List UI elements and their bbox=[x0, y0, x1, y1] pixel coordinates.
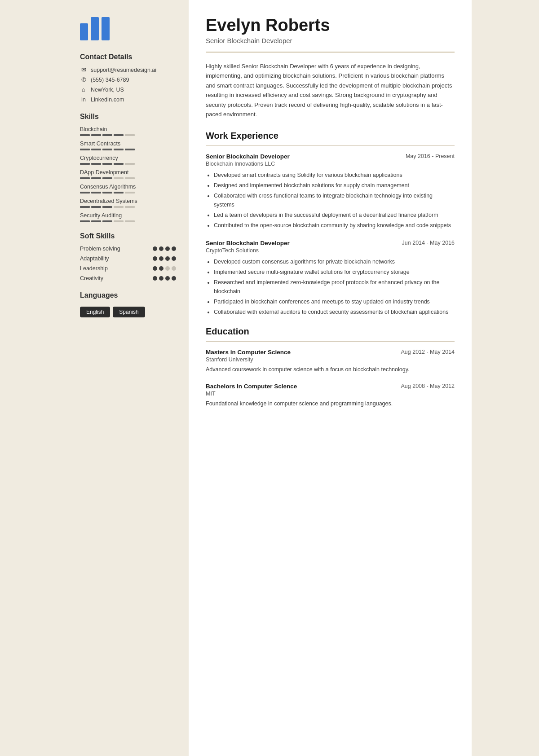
job-bullet: Contributed to the open-source blockchai… bbox=[214, 221, 455, 230]
soft-skill-row: Creativity bbox=[80, 275, 176, 281]
dot bbox=[159, 276, 163, 281]
edu-header: Masters in Computer Science Aug 2012 - M… bbox=[206, 349, 455, 356]
skill-segment bbox=[80, 163, 90, 165]
edu-desc: Advanced coursework in computer science … bbox=[206, 365, 455, 374]
edu-school: MIT bbox=[206, 391, 455, 397]
summary-text: Highly skilled Senior Blockchain Develop… bbox=[206, 62, 455, 119]
skill-bar-row bbox=[80, 163, 176, 165]
dot bbox=[172, 256, 176, 261]
dot bbox=[165, 246, 170, 251]
soft-skill-name: Problem-solving bbox=[80, 246, 120, 252]
skill-name: Consensus Algorithms bbox=[80, 184, 176, 190]
skill-item: Cryptocurrency bbox=[80, 155, 176, 165]
dot bbox=[165, 256, 170, 261]
skill-bar-row bbox=[80, 134, 176, 136]
job-block: Senior Blockchain Developer Jun 2014 - M… bbox=[206, 240, 455, 316]
skill-segment bbox=[125, 192, 135, 193]
skill-segment bbox=[114, 220, 124, 222]
skill-segment bbox=[80, 206, 90, 208]
job-bullet: Implemented secure multi-signature walle… bbox=[214, 268, 455, 277]
contact-text: LinkedIn.com bbox=[91, 97, 124, 103]
skill-segment bbox=[125, 149, 135, 150]
skill-item: DApp Development bbox=[80, 169, 176, 179]
job-bullet: Led a team of developers in the successf… bbox=[214, 211, 455, 220]
skill-segment bbox=[80, 149, 90, 150]
skill-segment bbox=[125, 220, 135, 222]
job-bullet: Designed and implemented blockchain solu… bbox=[214, 181, 455, 190]
dot bbox=[153, 246, 157, 251]
contact-text: support@resumedesign.ai bbox=[91, 67, 156, 73]
skill-item: Decentralized Systems bbox=[80, 198, 176, 208]
soft-skills-section-title: Soft Skills bbox=[80, 232, 176, 240]
logo-bar-3 bbox=[102, 17, 110, 40]
job-title-name: Senior Blockchain Developer bbox=[206, 153, 290, 160]
skill-segment bbox=[114, 192, 124, 193]
job-bullets: Developed custom consensus algorithms fo… bbox=[206, 257, 455, 316]
skill-bar-row bbox=[80, 149, 176, 150]
work-experience-divider bbox=[206, 145, 455, 146]
dot bbox=[165, 266, 170, 271]
contact-item-phone: ✆(555) 345-6789 bbox=[80, 76, 176, 83]
soft-skill-name: Leadership bbox=[80, 265, 108, 272]
edu-degree: Masters in Computer Science bbox=[206, 349, 291, 356]
skill-segment bbox=[91, 149, 101, 150]
skill-segment bbox=[80, 220, 90, 222]
language-tag: Spanish bbox=[113, 307, 145, 317]
skill-bar-row bbox=[80, 177, 176, 179]
jobs-container: Senior Blockchain Developer May 2016 - P… bbox=[206, 153, 455, 316]
dot bbox=[172, 246, 176, 251]
dot-row bbox=[153, 256, 176, 261]
skill-name: DApp Development bbox=[80, 169, 176, 176]
dot-row bbox=[153, 266, 176, 271]
logo-bar-1 bbox=[80, 23, 88, 40]
dot bbox=[159, 246, 163, 251]
skill-segment bbox=[80, 192, 90, 193]
logo bbox=[80, 13, 176, 40]
job-bullet: Collaborated with cross-functional teams… bbox=[214, 191, 455, 209]
dot bbox=[153, 256, 157, 261]
job-header: Senior Blockchain Developer Jun 2014 - M… bbox=[206, 240, 455, 246]
skill-item: Consensus Algorithms bbox=[80, 184, 176, 193]
job-title-name: Senior Blockchain Developer bbox=[206, 240, 290, 246]
languages-container: EnglishSpanish bbox=[80, 305, 176, 317]
edu-header: Bachelors in Computer Science Aug 2008 -… bbox=[206, 383, 455, 390]
job-bullet: Developed smart contracts using Solidity… bbox=[214, 171, 455, 180]
main-content: Evelyn Roberts Senior Blockchain Develop… bbox=[189, 0, 472, 756]
skill-bar-row bbox=[80, 206, 176, 208]
edu-block: Bachelors in Computer Science Aug 2008 -… bbox=[206, 383, 455, 408]
skill-segment bbox=[125, 206, 135, 208]
soft-skill-name: Creativity bbox=[80, 275, 103, 281]
skill-segment bbox=[102, 192, 112, 193]
dot bbox=[153, 276, 157, 281]
job-dates: Jun 2014 - May 2016 bbox=[402, 240, 455, 246]
resume-wrapper: Contact Details ✉support@resumedesign.ai… bbox=[67, 0, 472, 756]
skill-segment bbox=[102, 220, 112, 222]
skill-item: Smart Contracts bbox=[80, 141, 176, 150]
contact-text: NewYork, US bbox=[91, 87, 124, 93]
skill-name: Cryptocurrency bbox=[80, 155, 176, 161]
job-company: CryptoTech Solutions bbox=[206, 247, 455, 254]
edu-degree: Bachelors in Computer Science bbox=[206, 383, 297, 390]
email-icon: ✉ bbox=[80, 66, 87, 73]
phone-icon: ✆ bbox=[80, 76, 87, 83]
education-divider bbox=[206, 341, 455, 342]
skill-segment bbox=[91, 220, 101, 222]
contact-item-linkedin: inLinkedIn.com bbox=[80, 96, 176, 103]
logo-bar-2 bbox=[91, 17, 99, 40]
soft-skill-row: Problem-solving bbox=[80, 246, 176, 252]
job-company: Blockchain Innovations LLC bbox=[206, 161, 455, 167]
contact-list: ✉support@resumedesign.ai✆(555) 345-6789⌂… bbox=[80, 66, 176, 103]
skill-name: Security Auditing bbox=[80, 212, 176, 219]
job-dates: May 2016 - Present bbox=[406, 153, 455, 159]
linkedin-icon: in bbox=[80, 96, 87, 103]
soft-skill-row: Adaptability bbox=[80, 255, 176, 262]
sidebar: Contact Details ✉support@resumedesign.ai… bbox=[67, 0, 189, 756]
dot-row bbox=[153, 276, 176, 281]
edu-desc: Foundational knowledge in computer scien… bbox=[206, 399, 455, 408]
skill-segment bbox=[114, 163, 124, 165]
skill-segment bbox=[91, 177, 101, 179]
candidate-name: Evelyn Roberts bbox=[206, 16, 455, 35]
contact-text: (555) 345-6789 bbox=[91, 77, 129, 83]
soft-skill-name: Adaptability bbox=[80, 255, 109, 262]
skill-segment bbox=[125, 134, 135, 136]
